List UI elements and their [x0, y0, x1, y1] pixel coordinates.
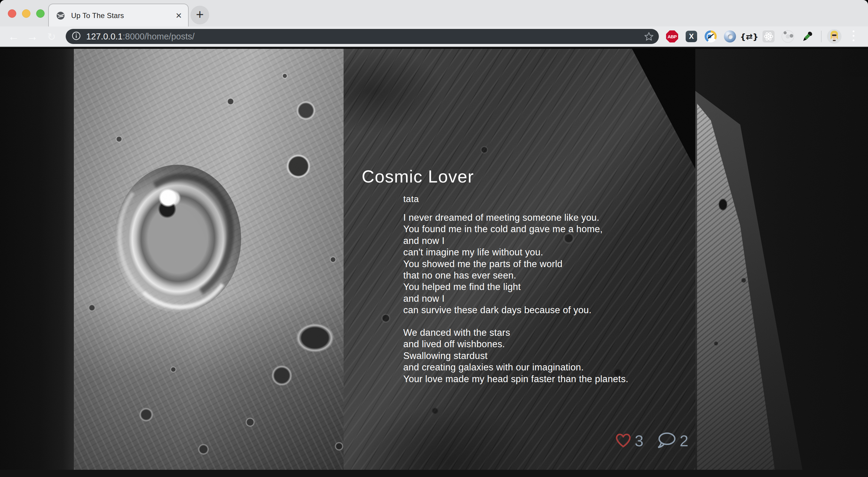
tab-title: Up To The Stars: [71, 11, 176, 20]
poem-line: and lived off wishbones.: [403, 338, 628, 350]
crater-rim-highlight: [111, 162, 245, 315]
blue-ring-icon[interactable]: [723, 30, 737, 43]
x-label: X: [689, 32, 694, 41]
like-heart-icon[interactable]: [615, 433, 632, 449]
reload-button[interactable]: ↻: [44, 31, 59, 43]
poem-line: Your love made my head spin faster than …: [403, 373, 628, 385]
abp-label: ABP: [668, 34, 677, 39]
poem-line: Swallowing stardust: [403, 350, 628, 362]
minimize-window-button[interactable]: [22, 9, 30, 18]
post-title: Cosmic Lover: [362, 166, 474, 186]
poem-stanza-1: I never dreamed of meeting someone like …: [403, 212, 603, 316]
plus-icon: +: [196, 8, 204, 21]
x-devtools-icon[interactable]: X: [685, 30, 698, 43]
maximize-window-button[interactable]: [36, 9, 44, 18]
close-window-button[interactable]: [8, 9, 16, 18]
poem-line: We danced with the stars: [403, 327, 628, 338]
browser-window: Up To The Stars ✕ + ← → ↻ 127.0.0.1:8000…: [0, 0, 868, 477]
page-bottom-gap: [0, 470, 868, 477]
poem-line: You helped me find the light: [403, 281, 603, 293]
post-footer: 3 2: [615, 432, 688, 450]
adblock-plus-icon[interactable]: ABP: [665, 30, 679, 43]
poem-line: that no one has ever seen.: [403, 270, 603, 281]
back-button[interactable]: ←: [7, 30, 21, 43]
moon-background-left-edge: [0, 49, 74, 470]
moon-crater-photo: [74, 49, 344, 470]
large-crater: [115, 165, 241, 312]
url-host: 127.0.0.1: [86, 32, 123, 41]
poem-line: and now I: [403, 235, 603, 247]
poem-line: and now I: [403, 293, 603, 304]
profile-avatar[interactable]: [827, 29, 841, 44]
url-bar[interactable]: 127.0.0.1:8000/home/posts/: [66, 29, 659, 44]
post-author: tata: [403, 194, 419, 204]
site-info-icon[interactable]: [72, 31, 81, 41]
window-controls: [8, 9, 44, 18]
url-path: :8000/home/posts/: [123, 32, 195, 41]
globe-favicon-icon: [56, 11, 65, 20]
toolbar-separator: [821, 31, 822, 42]
poem-line: You found me in the cold and gave me a h…: [403, 224, 603, 235]
poem-line: I never dreamed of meeting someone like …: [403, 212, 603, 224]
moon-background-right: [695, 49, 868, 470]
navigation-toolbar: ← → ↻ 127.0.0.1:8000/home/posts/ ABP: [0, 27, 868, 47]
orbit-disabled-icon[interactable]: [781, 30, 795, 43]
poem-line: You showed me the parts of the world: [403, 259, 603, 270]
extensions-row: ABP X {⇄}: [665, 27, 814, 46]
likes-count: 3: [635, 433, 644, 449]
new-tab-button[interactable]: +: [190, 6, 209, 24]
blue-yellow-timer-icon[interactable]: [704, 30, 717, 43]
poem-stanza-2: We danced with the stars and lived off w…: [403, 327, 628, 385]
poem-line: can't imagine my life without you.: [403, 247, 603, 258]
poem-line: can survive these dark days because of y…: [403, 304, 603, 316]
poem-line: and creating galaxies with our imaginati…: [403, 362, 628, 373]
braces-arrows-icon[interactable]: {⇄}: [743, 30, 756, 43]
page-content: Cosmic Lover tata I never dreamed of mee…: [0, 47, 868, 477]
forward-button[interactable]: →: [25, 30, 39, 43]
tab-bar: Up To The Stars ✕ +: [0, 0, 868, 27]
bookmark-star-icon[interactable]: [644, 31, 654, 43]
overflow-menu[interactable]: [852, 30, 855, 41]
comments-icon[interactable]: [657, 432, 676, 450]
react-devtools-icon[interactable]: [762, 30, 775, 43]
tab-close-icon[interactable]: ✕: [176, 11, 182, 21]
braces-label: {⇄}: [740, 32, 758, 41]
browser-tab[interactable]: Up To The Stars ✕: [48, 4, 189, 27]
comments-count: 2: [680, 433, 688, 449]
url-text: 127.0.0.1:8000/home/posts/: [86, 32, 195, 41]
colorzilla-eyedropper-icon[interactable]: [801, 30, 814, 43]
